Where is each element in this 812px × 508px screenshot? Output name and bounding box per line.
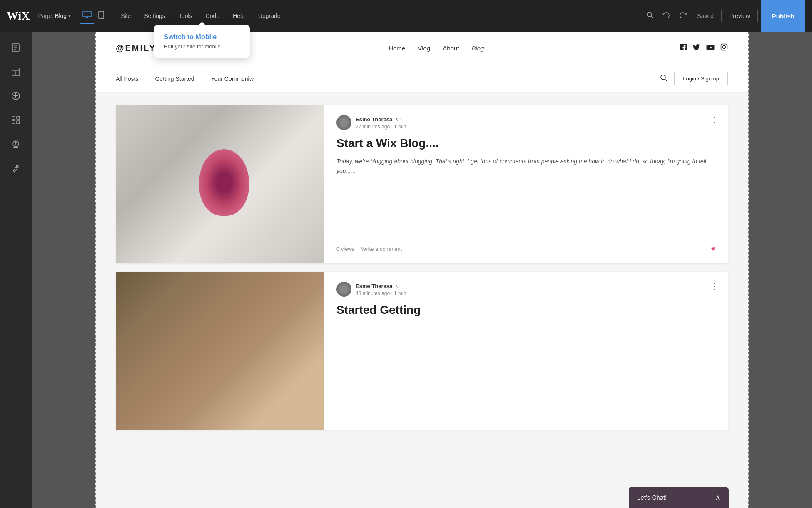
post-title-1: Start a Wix Blog....: [336, 136, 715, 151]
svg-rect-19: [12, 121, 15, 124]
post-views-1: 0 views: [336, 246, 354, 252]
post-author-row-2: Esme Theresa 🛡 43 minutes ago · 1 min ⋮: [336, 282, 715, 297]
nav-help[interactable]: Help: [227, 9, 251, 23]
blog-nav-your-community[interactable]: Your Community: [211, 75, 254, 82]
blog-nav-all-posts[interactable]: All Posts: [116, 75, 138, 82]
twitter-icon[interactable]: [693, 43, 700, 53]
saved-status: Saved: [693, 10, 718, 22]
desktop-view-button[interactable]: [79, 8, 95, 24]
blog-search-icon[interactable]: [660, 74, 668, 83]
post-card-1: Esme Theresa 🛡 27 minutes ago · 1 min ⋮: [116, 105, 728, 263]
sidebar-blog-button[interactable]: [5, 158, 27, 179]
blog-nav-getting-started[interactable]: Getting Started: [155, 75, 194, 82]
blog-nav: All Posts Getting Started Your Community…: [95, 65, 749, 93]
post-comment-1[interactable]: Write a comment: [361, 246, 402, 252]
facebook-icon[interactable]: [680, 43, 687, 53]
site-nav: Home Vlog About Blog: [389, 45, 484, 52]
page-dropdown-icon[interactable]: ▾: [68, 13, 71, 19]
author-name-1: Esme Theresa 🛡: [356, 115, 406, 123]
svg-rect-0: [83, 11, 91, 17]
undo-button[interactable]: [660, 9, 673, 23]
author-avatar-2: [336, 282, 351, 297]
left-sidebar: [0, 32, 32, 508]
svg-rect-20: [17, 121, 20, 124]
tooltip-subtitle: Edit your site for mobile.: [164, 43, 240, 50]
sidebar-design-button[interactable]: [5, 61, 27, 83]
post-more-icon-1[interactable]: ⋮: [710, 115, 718, 124]
svg-point-29: [723, 46, 726, 49]
nav-item-blog[interactable]: Blog: [471, 45, 484, 52]
site-content: @EMILYSILVER Home Vlog About Blog: [95, 32, 749, 508]
chat-chevron-icon: ∧: [715, 493, 720, 501]
author-avatar-1: [336, 115, 351, 130]
top-nav: Site Settings Tools Code Help Upgrade: [115, 9, 286, 23]
site-social: [680, 43, 728, 53]
main-layout: @EMILYSILVER Home Vlog About Blog: [0, 32, 812, 508]
svg-rect-28: [721, 44, 727, 50]
post-info-1: Esme Theresa 🛡 27 minutes ago · 1 min ⋮: [324, 105, 728, 263]
wix-logo: WiX: [7, 9, 30, 23]
nav-code[interactable]: Code: [200, 9, 225, 23]
nav-settings[interactable]: Settings: [138, 9, 171, 23]
sidebar-apps-button[interactable]: [5, 109, 27, 131]
blog-content: Esme Theresa 🛡 27 minutes ago · 1 min ⋮: [95, 93, 749, 451]
post-image-2: [116, 272, 324, 430]
youtube-icon[interactable]: [706, 44, 715, 53]
chat-widget[interactable]: Let's Chat! ∧: [629, 487, 729, 508]
search-button[interactable]: [644, 9, 656, 23]
publish-button[interactable]: Publish: [761, 0, 805, 32]
redo-button[interactable]: [676, 9, 690, 23]
svg-rect-17: [12, 116, 15, 119]
svg-point-4: [101, 17, 102, 18]
sidebar-upload-button[interactable]: [5, 133, 27, 155]
svg-line-6: [651, 16, 653, 18]
admin-badge-2: 🛡: [396, 284, 401, 289]
chat-label: Let's Chat!: [637, 494, 667, 501]
svg-line-32: [665, 79, 667, 81]
mobile-switch-tooltip: Switch to Mobile Edit your site for mobi…: [154, 25, 250, 58]
view-toggle: [79, 8, 107, 24]
top-bar: WiX Page: Blog ▾ Site Settings Tools Cod…: [0, 0, 812, 32]
post-image-1: [116, 105, 324, 263]
preview-button[interactable]: Preview: [721, 9, 758, 23]
post-more-icon-2[interactable]: ⋮: [710, 282, 718, 291]
post-excerpt-1: Today, we're blogging about blogging. Th…: [336, 157, 715, 229]
top-bar-right: Saved Preview Publish: [644, 0, 805, 32]
post-meta-1: 27 minutes ago · 1 min: [356, 124, 406, 130]
nav-item-home[interactable]: Home: [389, 45, 405, 52]
svg-rect-2: [85, 18, 90, 18]
sidebar-pages-button[interactable]: [5, 37, 27, 58]
svg-point-30: [726, 45, 727, 46]
sidebar-add-button[interactable]: [5, 85, 27, 107]
post-footer-1: 0 views Write a comment ♥: [336, 238, 715, 253]
post-info-2: Esme Theresa 🛡 43 minutes ago · 1 min ⋮: [324, 272, 728, 430]
nav-tools[interactable]: Tools: [173, 9, 198, 23]
login-signup-button[interactable]: Login / Sign up: [674, 72, 728, 85]
nav-site[interactable]: Site: [115, 9, 137, 23]
page-label: Page:: [38, 13, 54, 19]
nav-item-vlog[interactable]: Vlog: [418, 45, 430, 52]
current-page-name: Blog: [55, 13, 67, 19]
nav-item-about[interactable]: About: [443, 45, 459, 52]
author-name-row-2: Esme Theresa 🛡: [356, 282, 406, 290]
post-author-row-1: Esme Theresa 🛡 27 minutes ago · 1 min ⋮: [336, 115, 715, 130]
author-info-1: Esme Theresa 🛡 27 minutes ago · 1 min: [356, 115, 406, 130]
post-meta-2: 43 minutes ago · 1 min: [356, 290, 406, 296]
admin-badge-1: 🛡: [396, 117, 401, 122]
instagram-icon[interactable]: [720, 43, 728, 53]
author-info-2: Esme Theresa 🛡 43 minutes ago · 1 min: [356, 282, 406, 296]
post-title-2: Started Getting: [336, 303, 715, 318]
nav-upgrade[interactable]: Upgrade: [252, 9, 286, 23]
site-canvas: @EMILYSILVER Home Vlog About Blog: [32, 32, 812, 508]
tooltip-title: Switch to Mobile: [164, 33, 240, 41]
like-icon-1[interactable]: ♥: [711, 245, 715, 253]
mobile-view-button[interactable]: [95, 8, 107, 24]
blog-nav-right: Login / Sign up: [660, 72, 728, 85]
post-card-2: Esme Theresa 🛡 43 minutes ago · 1 min ⋮: [116, 272, 728, 430]
svg-rect-18: [17, 116, 20, 119]
